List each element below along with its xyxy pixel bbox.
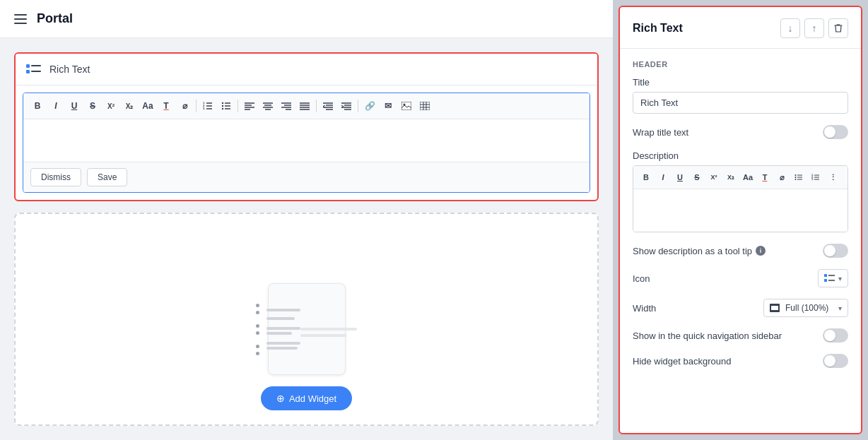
svg-rect-64: [771, 306, 778, 310]
editor-container: B I U S X² X₂ Aa T ⌀ 1.2.3.: [23, 93, 590, 193]
desc-more[interactable]: ⋮: [825, 170, 840, 185]
hide-bg-label: Hide widget background: [633, 356, 731, 367]
widget-header: Rich Text: [16, 54, 597, 85]
ordered-list-btn[interactable]: 1.2.3.: [199, 97, 216, 114]
placeholder-inner: [256, 304, 300, 355]
italic-btn[interactable]: I: [47, 97, 64, 114]
title-input[interactable]: [633, 92, 848, 114]
wrap-title-toggle[interactable]: [823, 125, 848, 139]
add-widget-label: Add Widget: [289, 393, 336, 404]
hide-bg-toggle[interactable]: [823, 354, 848, 368]
icon-select[interactable]: ▾: [818, 269, 848, 287]
show-tooltip-label: Show description as a tool tip i: [633, 246, 766, 256]
info-icon: i: [756, 246, 766, 256]
editor-footer: Dismiss Save: [23, 162, 590, 192]
right-panel-body: Header Title Wrap title text Description…: [620, 49, 861, 433]
indent-less-btn[interactable]: [319, 97, 336, 114]
align-justify-btn[interactable]: [296, 97, 313, 114]
placeholder-lines: [266, 309, 300, 350]
delete-button[interactable]: [828, 18, 848, 38]
desc-superscript[interactable]: X²: [706, 170, 722, 185]
show-tooltip-row: Show description as a tool tip i: [633, 244, 848, 258]
superscript-btn[interactable]: X²: [102, 97, 119, 114]
svg-rect-2: [26, 70, 30, 73]
rich-text-widget: Rich Text B I U S X² X₂ Aa T ⌀ 1.2.3.: [14, 52, 599, 201]
desc-bold[interactable]: B: [638, 170, 654, 185]
widget-title-text: Rich Text: [49, 64, 90, 75]
desc-subscript[interactable]: X₂: [723, 170, 739, 185]
quick-nav-toggle[interactable]: [823, 328, 848, 343]
desc-body[interactable]: [633, 189, 848, 232]
desc-list2[interactable]: 1.2.3.: [808, 170, 823, 185]
strikethrough-btn[interactable]: S: [84, 97, 101, 114]
widget-placeholder: [268, 283, 346, 375]
svg-text:3.: 3.: [203, 107, 205, 110]
move-up-button[interactable]: ↑: [804, 18, 824, 38]
indent-more-btn[interactable]: [338, 97, 355, 114]
table-btn[interactable]: [416, 97, 433, 114]
title-field-group: Title: [633, 77, 848, 114]
icon-label: Icon: [633, 273, 650, 284]
content-area: Rich Text B I U S X² X₂ Aa T ⌀ 1.2.3.: [0, 38, 613, 440]
description-editor: B I U S X² X₂ Aa T ⌀ 1.2.3. ⋮: [633, 165, 848, 232]
bold-btn[interactable]: B: [29, 97, 46, 114]
desc-fontsize[interactable]: Aa: [740, 170, 756, 185]
desc-italic[interactable]: I: [655, 170, 671, 185]
email-btn[interactable]: ✉: [380, 97, 397, 114]
dismiss-button[interactable]: Dismiss: [30, 168, 81, 186]
wrap-title-label: Wrap title text: [633, 127, 688, 138]
editor-body[interactable]: [23, 119, 590, 162]
align-left-btn[interactable]: [241, 97, 258, 114]
svg-point-15: [222, 108, 223, 109]
description-field-group: Description B I U S X² X₂ Aa T ⌀: [633, 150, 848, 232]
svg-point-51: [795, 177, 797, 178]
align-center-btn[interactable]: [259, 97, 276, 114]
top-bar: Portal: [0, 0, 613, 38]
section-header-label: Header: [633, 60, 848, 69]
widget-icon: [25, 61, 42, 78]
quick-nav-label: Show in the quick navigation sidebar: [633, 331, 782, 341]
right-panel-header: Rich Text ↓ ↑: [620, 7, 861, 49]
fontsize-btn[interactable]: Aa: [139, 97, 156, 114]
subscript-btn[interactable]: X₂: [121, 97, 138, 114]
toolbar-divider-3: [316, 100, 317, 112]
wrap-title-row: Wrap title text: [633, 125, 848, 139]
right-panel-actions: ↓ ↑: [780, 18, 848, 38]
icon-chevron: ▾: [838, 275, 842, 283]
desc-list1[interactable]: [791, 170, 807, 185]
align-right-btn[interactable]: [278, 97, 295, 114]
svg-text:3.: 3.: [811, 178, 814, 181]
svg-rect-42: [420, 102, 430, 110]
link-btn[interactable]: 🔗: [361, 97, 378, 114]
add-widget-area: ⊕ Add Widget: [14, 213, 599, 426]
svg-point-13: [222, 102, 223, 104]
svg-rect-40: [401, 102, 411, 110]
description-label: Description: [633, 150, 848, 161]
desc-toolbar: B I U S X² X₂ Aa T ⌀ 1.2.3. ⋮: [633, 166, 848, 189]
svg-point-52: [795, 179, 797, 180]
textcolor-btn[interactable]: T: [158, 97, 175, 114]
width-chevron: ▾: [838, 304, 842, 312]
desc-eraser[interactable]: ⌀: [774, 170, 790, 185]
desc-textcolor[interactable]: T: [757, 170, 773, 185]
underline-btn[interactable]: U: [66, 97, 83, 114]
add-widget-button[interactable]: ⊕ Add Widget: [261, 386, 352, 410]
svg-rect-1: [31, 65, 41, 66]
icon-row: Icon ▾: [633, 269, 848, 287]
svg-rect-3: [31, 71, 41, 72]
unordered-list-btn[interactable]: [218, 97, 235, 114]
save-button[interactable]: Save: [87, 168, 127, 186]
hide-bg-row: Hide widget background: [633, 354, 848, 368]
show-tooltip-toggle[interactable]: [823, 244, 848, 258]
placeholder-footer-lines: [300, 328, 357, 337]
hamburger-icon[interactable]: [14, 14, 27, 24]
move-down-button[interactable]: ↓: [780, 18, 800, 38]
title-field-label: Title: [633, 77, 848, 88]
width-label: Width: [633, 303, 656, 314]
desc-underline[interactable]: U: [672, 170, 688, 185]
eraser-btn[interactable]: ⌀: [176, 97, 193, 114]
width-select[interactable]: Full (100%) ▾: [763, 299, 848, 317]
right-panel-title: Rich Text: [633, 22, 683, 35]
desc-strikethrough[interactable]: S: [689, 170, 705, 185]
image-btn[interactable]: [398, 97, 415, 114]
